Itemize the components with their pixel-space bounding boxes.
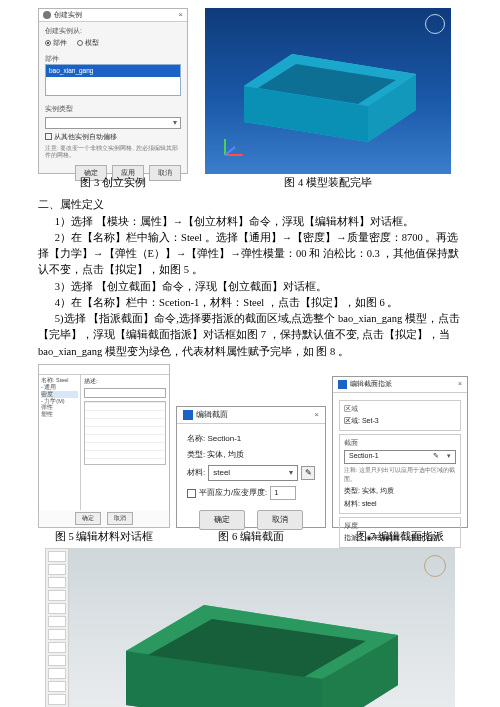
compass-icon <box>424 555 446 577</box>
region-line: 区域: Set-3 <box>344 416 456 427</box>
tool-button[interactable] <box>48 668 66 679</box>
section-group: 截面 Section-1 ✎ 注释: 这里只列出可以应用于选中区域的截面。 类型… <box>339 434 461 514</box>
tool-button[interactable] <box>48 616 66 627</box>
dialog-title: 编辑截面 <box>196 409 228 421</box>
desc-label: 描述: <box>84 377 166 386</box>
radio-model[interactable]: 模型 <box>77 38 99 48</box>
dialog-hint: 注意: 要改变一个非独立实例网格, 您必须编辑其部件的网格。 <box>45 145 181 159</box>
edit-material-dialog: 名称: Steel - 通用 密度 - 力学(M) 弹性 塑性 描述: 确定 取… <box>38 364 170 528</box>
thickness-checkbox[interactable] <box>187 489 196 498</box>
svg-line-9 <box>225 147 235 155</box>
material-tree[interactable]: 名称: Steel - 通用 密度 - 力学(M) 弹性 塑性 <box>39 375 81 510</box>
bathtub-model-blue <box>218 26 438 156</box>
edit-section-icon[interactable]: ✎ <box>433 451 439 462</box>
radio-part[interactable]: 部件 <box>45 38 67 48</box>
section-name: 名称: Section-1 <box>187 433 315 445</box>
tool-button[interactable] <box>48 681 66 692</box>
thickness-label: 平面应力/应变厚度: <box>199 487 267 499</box>
fig5-caption: 图 5 编辑材料对话框 <box>55 529 154 545</box>
instance-type-label: 实例类型 <box>45 104 181 114</box>
axis-triad-icon <box>221 135 249 164</box>
fig3-caption: 图 3 创立实例 <box>80 175 146 191</box>
tool-button[interactable] <box>48 655 66 666</box>
instance-type-dropdown[interactable] <box>45 117 181 129</box>
assembly-viewport <box>205 8 451 174</box>
region-group: 区域 区域: Set-3 <box>339 400 461 431</box>
tool-button[interactable] <box>48 629 66 640</box>
gear-icon <box>43 11 51 19</box>
ok-button[interactable]: 确定 <box>199 510 245 530</box>
tool-button[interactable] <box>48 551 66 562</box>
desc-field[interactable] <box>84 388 166 398</box>
vertical-toolbar <box>45 548 69 707</box>
material-data-table[interactable] <box>84 401 166 465</box>
close-icon[interactable]: × <box>178 9 183 21</box>
step-4: 4）在【名称】栏中：Scetion-1，材料：Steel ，点击【拟定】，如图 … <box>38 295 462 311</box>
tool-button[interactable] <box>48 603 66 614</box>
list-label: 部件 <box>45 54 181 64</box>
bathtub-model-green <box>92 565 432 707</box>
dialog-title: 创建实例 <box>54 10 82 21</box>
section-material-line: 材料: steel <box>344 499 456 510</box>
cancel-button[interactable]: 取消 <box>149 165 181 181</box>
list-item[interactable]: bao_xian_gang <box>46 65 180 77</box>
edit-material-icon[interactable]: ✎ <box>301 466 315 480</box>
step-1: 1）选择 【模块：属性】→【创立材料】命令，浮现【编辑材料】对话框。 <box>38 214 462 230</box>
thickness-input[interactable]: 1 <box>270 486 296 500</box>
edit-section-dialog: 编辑截面 × 名称: Section-1 类型: 实体, 均质 材料: stee… <box>176 406 326 528</box>
edit-section-assignment-dialog: 编辑截面指派 × 区域 区域: Set-3 截面 Section-1 ✎ 注释:… <box>332 376 468 528</box>
fig8-viewport-wrap <box>45 548 455 707</box>
fig4-caption: 图 4 模型装配完毕 <box>284 175 372 191</box>
ok-button[interactable]: 确定 <box>75 512 101 525</box>
cancel-button[interactable]: 取消 <box>107 512 133 525</box>
section-type-line: 类型: 实体, 均质 <box>344 486 456 497</box>
section2-title: 二、属性定义 <box>38 197 462 213</box>
auto-offset-checkbox[interactable]: 从其他实例自动偏移 <box>45 132 181 142</box>
step-2: 2）在【名称】栏中输入：Steel 。选择【通用】→【密度】→质量密度：8700… <box>38 230 462 279</box>
model-viewport-green <box>69 548 455 707</box>
dialog-title: 编辑截面指派 <box>350 379 392 390</box>
parts-list[interactable]: bao_xian_gang <box>45 64 181 96</box>
tool-button[interactable] <box>48 577 66 588</box>
section-hint: 注释: 这里只列出可以应用于选中区域的截面。 <box>344 466 456 485</box>
close-icon[interactable]: × <box>458 379 462 390</box>
fig7-caption: 图 7 编辑截面指派 <box>356 529 444 545</box>
step-3: 3）选择 【创立截面】命令，浮现【创立截面】对话框。 <box>38 279 462 295</box>
tool-button[interactable] <box>48 694 66 705</box>
section-dropdown[interactable]: Section-1 ✎ <box>344 450 456 464</box>
cancel-button[interactable]: 取消 <box>257 510 303 530</box>
fig6-caption: 图 6 编辑截面 <box>218 529 284 545</box>
section-type: 类型: 实体, 均质 <box>187 449 315 461</box>
create-instance-dialog: 创建实例 × 创建实例从: 部件 模型 部件 bao_xian_gang 实例类… <box>38 8 188 174</box>
dialog-icon <box>338 380 347 389</box>
close-icon[interactable]: × <box>314 409 319 421</box>
step-5: 5)选择 【指派截面】命令,选择要指派的截面区域,点选整个 bao_xian_g… <box>38 311 462 360</box>
material-label: 材料: <box>187 467 205 479</box>
compass-icon <box>425 14 445 34</box>
dialog-icon <box>183 410 193 420</box>
tool-button[interactable] <box>48 642 66 653</box>
material-dropdown[interactable]: steel <box>208 465 298 481</box>
tool-button[interactable] <box>48 590 66 601</box>
create-from-label: 创建实例从: <box>45 26 181 36</box>
tool-button[interactable] <box>48 564 66 575</box>
